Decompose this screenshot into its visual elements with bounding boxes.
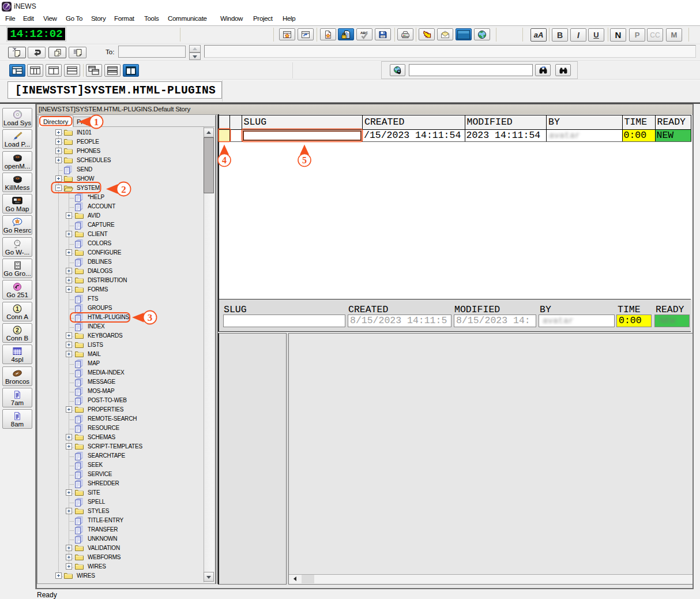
- svg-text:2: 2: [121, 184, 126, 195]
- svg-text:1: 1: [94, 117, 99, 128]
- svg-text:3: 3: [148, 312, 153, 323]
- svg-text:5: 5: [302, 155, 307, 165]
- svg-text:4: 4: [222, 155, 227, 165]
